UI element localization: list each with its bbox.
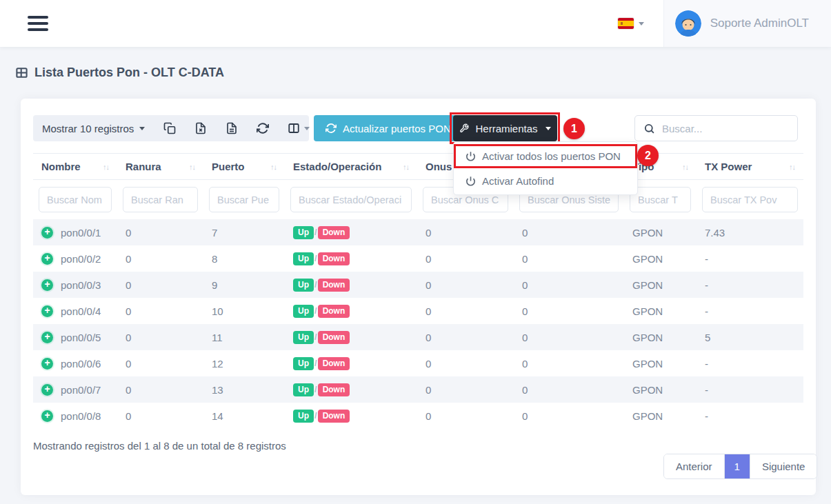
cell-onus-sister: 0	[514, 324, 624, 350]
cell-nombre: +pon0/0/5	[33, 324, 117, 350]
page-title: Lista Puertos Pon - OLT C-DATA	[15, 65, 224, 80]
cell-tipo: GPON	[624, 324, 697, 350]
cell-tipo: GPON	[624, 403, 697, 429]
expand-row-button[interactable]: +	[41, 305, 53, 317]
filter-cell	[203, 180, 285, 220]
screen: Soporte AdminOLT Lista Puertos Pon - OLT…	[0, 0, 831, 504]
language-dropdown[interactable]	[599, 18, 663, 29]
filter-cell	[697, 180, 803, 220]
filter-input-estado-operaci-n[interactable]	[290, 187, 412, 212]
cell-onus-c: 0	[417, 245, 514, 272]
column-visibility-dropdown[interactable]	[288, 122, 310, 134]
badge-separator: /	[314, 410, 317, 421]
status-badge-up: Up	[293, 357, 314, 370]
status-badge-down: Down	[318, 410, 350, 423]
table-row: +pon0/0/8014Up/Down00GPON-	[33, 403, 803, 429]
menu-toggle-icon[interactable]	[28, 16, 48, 31]
filter-input-tx-power[interactable]	[702, 187, 798, 212]
sort-icon: ↑↓	[189, 163, 195, 171]
column-label: Ranura	[126, 161, 161, 172]
port-name: pon0/0/4	[61, 305, 101, 317]
cell-nombre: +pon0/0/1	[33, 219, 117, 245]
cell-ranura: 0	[117, 245, 203, 272]
top-navbar: Soporte AdminOLT	[0, 0, 831, 47]
cell-tx-power: -	[697, 298, 803, 324]
refresh-pon-ports-button[interactable]: Actualizar puertos PON	[314, 115, 463, 141]
filter-input-puerto[interactable]	[209, 187, 279, 212]
annotation-step-1-badge: 1	[563, 118, 585, 139]
cell-tx-power: -	[697, 245, 803, 272]
status-badge-down: Down	[318, 252, 350, 265]
chevron-down-icon	[639, 22, 644, 26]
power-icon	[465, 176, 476, 186]
menu-item-activate-autofind[interactable]: Activar Autofind	[454, 170, 637, 191]
column-label: TX Power	[705, 161, 752, 172]
pagination-next-button[interactable]: Siguiente	[750, 454, 817, 478]
search-input[interactable]	[662, 123, 789, 134]
annotation-step-2-badge: 2	[637, 145, 659, 166]
table-row: +pon0/0/7013Up/Down00GPON-	[33, 376, 803, 403]
expand-row-button[interactable]: +	[41, 253, 53, 265]
column-label: Estado/Operación	[293, 161, 381, 172]
export-file-button[interactable]	[226, 122, 238, 134]
user-menu[interactable]: Soporte AdminOLT	[663, 0, 831, 47]
column-label: Puerto	[212, 161, 245, 172]
sort-icon: ↑↓	[403, 163, 409, 171]
status-badge-down: Down	[318, 279, 350, 292]
pagination-prev-button[interactable]: Anterior	[664, 454, 724, 478]
menu-item-activate-all-pon-ports[interactable]: Activar todos los puertos PON	[456, 146, 635, 166]
cell-estado-operacion: Up/Down	[285, 376, 417, 403]
cell-onus-sister: 0	[514, 272, 624, 298]
column-header-puerto[interactable]: ↑↓Puerto	[203, 154, 285, 180]
cell-puerto: 10	[203, 298, 285, 324]
sync-icon	[326, 123, 337, 134]
pagination-page-1-button[interactable]: 1	[724, 454, 750, 478]
filter-input-ranura[interactable]	[123, 187, 198, 212]
cell-estado-operacion: Up/Down	[285, 219, 417, 245]
cell-tipo: GPON	[624, 245, 697, 272]
expand-row-button[interactable]: +	[41, 332, 53, 343]
filter-cell	[285, 180, 417, 220]
page-length-dropdown[interactable]: Mostrar 10 registros	[42, 123, 145, 134]
expand-row-button[interactable]: +	[41, 410, 53, 422]
port-name: pon0/0/6	[61, 358, 101, 370]
filter-input-nombre[interactable]	[39, 187, 112, 212]
sort-icon: ↑↓	[682, 163, 688, 171]
expand-row-button[interactable]: +	[41, 227, 53, 239]
copy-button[interactable]	[163, 122, 176, 134]
cell-puerto: 13	[203, 376, 285, 403]
tools-dropdown-button[interactable]: Herramientas	[453, 115, 557, 141]
cell-tipo: GPON	[624, 272, 697, 298]
user-name: Soporte AdminOLT	[710, 17, 809, 30]
cell-tx-power: 7.43	[697, 219, 803, 245]
column-header-estado-operaci-n[interactable]: ↑↓Estado/Operación	[285, 154, 417, 180]
cell-onus-c: 0	[417, 324, 514, 350]
status-badge-up: Up	[293, 410, 314, 423]
expand-row-button[interactable]: +	[41, 384, 53, 396]
expand-row-button[interactable]: +	[41, 358, 53, 370]
cell-tipo: GPON	[624, 298, 697, 324]
sort-icon: ↑↓	[789, 163, 795, 171]
cell-onus-sister: 0	[514, 376, 624, 403]
table-icon	[15, 66, 28, 79]
cell-tipo: GPON	[624, 376, 697, 403]
table-row: +pon0/0/6012Up/Down00GPON-	[33, 350, 803, 376]
column-header-nombre[interactable]: ↑↓Nombre	[33, 154, 117, 180]
cell-puerto: 7	[203, 219, 285, 245]
reload-table-button[interactable]	[257, 122, 269, 134]
cell-ranura: 0	[117, 376, 203, 403]
export-excel-button[interactable]	[194, 122, 207, 134]
cell-onus-sister: 0	[514, 245, 624, 272]
column-label: Nombre	[41, 161, 81, 172]
annotation-box-step-2: Activar todos los puertos PON	[454, 144, 637, 168]
cell-onus-c: 0	[417, 219, 514, 245]
filter-input-tipo[interactable]	[630, 187, 691, 212]
cell-puerto: 12	[203, 350, 285, 376]
column-header-tx-power[interactable]: ↑↓TX Power	[697, 154, 803, 180]
expand-row-button[interactable]: +	[41, 279, 53, 291]
column-header-ranura[interactable]: ↑↓Ranura	[117, 154, 203, 180]
cell-nombre: +pon0/0/2	[33, 245, 117, 272]
status-badge-up: Up	[293, 252, 314, 265]
cell-nombre: +pon0/0/3	[33, 272, 117, 298]
cell-tx-power: -	[697, 403, 803, 429]
